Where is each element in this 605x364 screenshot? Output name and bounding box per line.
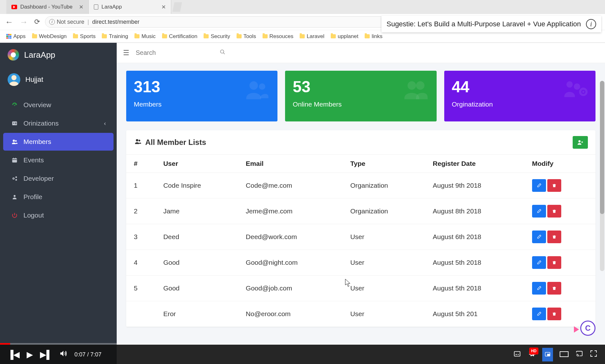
svg-rect-31 — [552, 210, 556, 211]
brand[interactable]: LaraApp — [0, 43, 117, 67]
svg-rect-41 — [560, 352, 568, 357]
sidebar-nav: OverviewOrinizations‹MembersEventsDevelo… — [0, 92, 117, 228]
brand-name: LaraApp — [24, 50, 55, 60]
stat-card-purple[interactable]: 44Orginatization — [444, 71, 595, 121]
scroll-thumb[interactable] — [600, 81, 604, 214]
table-row: 2JameJeme@me.comOrganizationAugust 8th 2… — [126, 198, 595, 224]
sidebar-user[interactable]: Hujjat — [0, 67, 117, 92]
subtitles-button[interactable] — [513, 350, 521, 360]
back-button[interactable]: ← — [5, 17, 13, 27]
members-panel: All Member Lists #UserEmailTypeRegister … — [126, 130, 595, 327]
svg-point-15 — [16, 179, 17, 181]
content: 313Members53Online Members44Orginatizati… — [117, 63, 605, 364]
new-tab-button[interactable] — [172, 2, 182, 12]
edit-button[interactable] — [532, 282, 546, 295]
delete-button[interactable] — [547, 282, 561, 295]
sidebar-item-members[interactable]: Members — [3, 133, 114, 151]
search-input[interactable] — [136, 49, 216, 56]
close-icon[interactable]: ✕ — [79, 4, 83, 10]
forward-button[interactable]: → — [20, 17, 28, 27]
sidebar-item-logout[interactable]: Logout — [3, 206, 114, 224]
video-player-bar: ▐◀ ▶ ▶▌ 0:07 / 7:07 HD — [0, 345, 605, 364]
play-decoration-icon — [574, 326, 579, 333]
table-row: 1Code InspireCode@me.comOrganizationAugu… — [126, 173, 595, 198]
sidebar-item-profile[interactable]: Profile — [3, 188, 114, 206]
fullscreen-button[interactable] — [590, 350, 597, 360]
users-icon — [11, 139, 18, 145]
nav-label: Events — [23, 156, 44, 164]
tab-bar: Dashboard - YouTube ✕ LaraApp ✕ — [0, 0, 605, 14]
previous-button[interactable]: ▐◀ — [8, 350, 20, 360]
suggestion-banner[interactable]: Sugestie: Let's Build a Multi-Purpose La… — [381, 16, 601, 32]
delete-button[interactable] — [547, 256, 561, 269]
bookmark-item[interactable]: Music — [134, 33, 155, 40]
power-icon — [11, 212, 18, 218]
scrollbar[interactable] — [600, 81, 604, 271]
suggestion-text: Sugestie: Let's Build a Multi-Purpose La… — [387, 20, 581, 28]
delete-button[interactable] — [547, 205, 561, 218]
miniplayer-button[interactable] — [542, 348, 553, 361]
chevron-left-icon: ‹ — [104, 120, 106, 127]
edit-button[interactable] — [532, 231, 546, 243]
stat-card-green[interactable]: 53Online Members — [285, 71, 436, 121]
tab-title: Dashboard - YouTube — [20, 4, 73, 10]
apps-icon — [6, 34, 11, 39]
main-area: ☰ 313Members53Online Members44Orginatiza… — [117, 43, 605, 364]
bookmark-item[interactable]: upplanet — [331, 33, 358, 40]
bookmark-item[interactable]: links — [365, 33, 382, 40]
panel-title: All Member Lists — [134, 138, 206, 147]
table-row: 4GoodGood@night.comUserAugust 5th 2018 — [126, 250, 595, 276]
settings-button[interactable]: HD — [528, 349, 536, 360]
close-icon[interactable]: ✕ — [161, 4, 166, 10]
nav-label: Orinizations — [23, 120, 59, 127]
sidebar-item-events[interactable]: Events — [3, 151, 114, 169]
column-header: Register Date — [425, 155, 524, 173]
add-member-button[interactable] — [573, 136, 588, 149]
edit-button[interactable] — [532, 256, 546, 269]
brand-logo-icon — [8, 49, 19, 61]
search-icon[interactable] — [220, 49, 225, 56]
cast-button[interactable] — [575, 350, 583, 360]
svg-line-1 — [15, 104, 16, 106]
folder-icon — [204, 34, 209, 38]
bookmark-item[interactable]: Tools — [237, 33, 256, 40]
column-header: # — [126, 155, 156, 173]
stat-card-blue[interactable]: 313Members — [126, 71, 277, 121]
svg-point-29 — [578, 140, 581, 142]
bookmark-item[interactable]: Laravel — [300, 33, 324, 40]
bookmark-item[interactable]: Resouces — [263, 33, 294, 40]
next-button[interactable]: ▶▌ — [40, 350, 52, 360]
browser-tab-1[interactable]: LaraApp ✕ — [89, 0, 171, 14]
channel-badge-icon[interactable]: C — [580, 321, 595, 336]
avatar-icon — [8, 73, 20, 86]
delete-button[interactable] — [547, 308, 561, 320]
bookmark-item[interactable]: Training — [102, 33, 128, 40]
bookmark-item[interactable]: WebDesign — [32, 33, 67, 40]
nav-label: Profile — [23, 193, 42, 201]
edit-button[interactable] — [532, 179, 546, 192]
play-button[interactable]: ▶ — [27, 350, 33, 360]
bookmark-item[interactable]: Sports — [73, 33, 95, 40]
svg-rect-30 — [552, 185, 556, 185]
browser-tab-0[interactable]: Dashboard - YouTube ✕ — [6, 0, 89, 14]
folder-icon — [263, 34, 268, 38]
sidebar-item-overview[interactable]: Overview — [3, 96, 114, 114]
sidebar-item-developer[interactable]: Developer — [3, 170, 114, 187]
delete-button[interactable] — [547, 179, 561, 192]
reload-button[interactable]: ⟳ — [34, 18, 40, 26]
edit-button[interactable] — [532, 205, 546, 218]
apps-button[interactable]: Apps — [6, 33, 26, 40]
hamburger-icon[interactable]: ☰ — [123, 49, 129, 57]
volume-button[interactable] — [59, 349, 68, 360]
svg-point-17 — [220, 50, 224, 53]
folder-icon — [134, 34, 140, 38]
svg-point-28 — [139, 140, 140, 142]
theater-button[interactable] — [559, 350, 569, 360]
bookmark-item[interactable]: Security — [204, 33, 230, 40]
edit-button[interactable] — [532, 308, 546, 320]
delete-button[interactable] — [547, 231, 561, 243]
sidebar-item-orinizations[interactable]: Orinizations‹ — [3, 114, 114, 132]
bookmark-item[interactable]: Certification — [162, 33, 198, 40]
svg-point-27 — [136, 139, 138, 141]
info-icon[interactable]: i — [586, 19, 596, 29]
